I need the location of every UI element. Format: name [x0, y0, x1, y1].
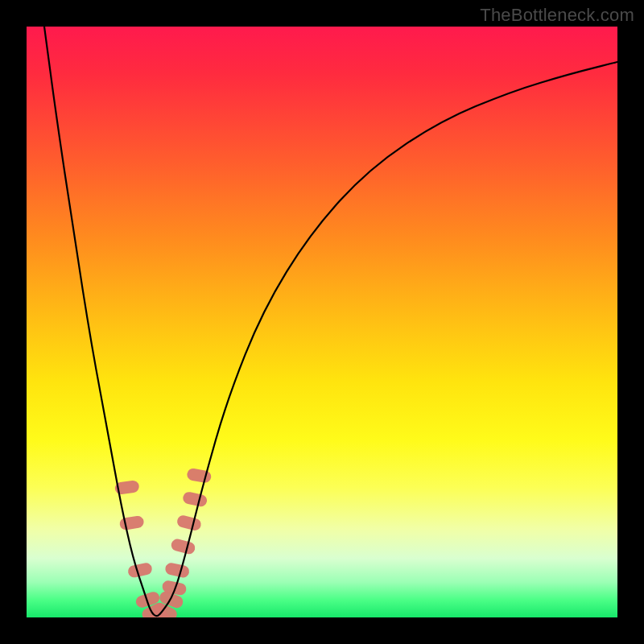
data-marker — [164, 562, 190, 579]
watermark-text: TheBottleneck.com — [480, 5, 634, 26]
data-marker — [170, 538, 196, 555]
chart-frame: TheBottleneck.com — [0, 0, 644, 644]
data-marker — [176, 514, 203, 532]
plot-area — [27, 27, 617, 617]
data-marker — [127, 562, 153, 579]
chart-svg — [27, 27, 617, 617]
data-marker — [119, 515, 145, 530]
data-marker — [182, 491, 208, 508]
